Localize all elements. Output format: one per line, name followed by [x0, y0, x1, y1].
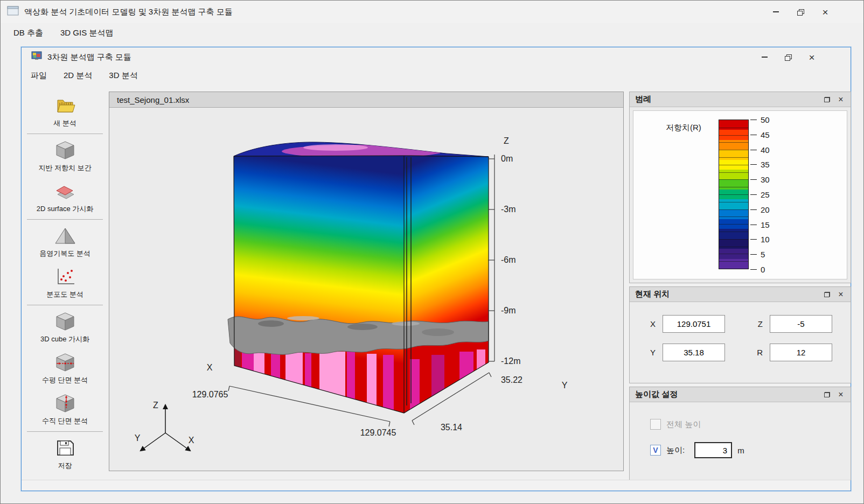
legend-tick-label: 40: [761, 145, 770, 154]
position-float-button[interactable]: [820, 289, 833, 300]
terrain-cube: [228, 142, 489, 437]
x-tick-label: 129.0745: [360, 428, 396, 437]
legend-segment-line: [719, 142, 748, 143]
position-body: X Z Y R: [630, 302, 851, 383]
menu-2d-analysis[interactable]: 2D 분석: [56, 67, 100, 84]
menu-db-extract[interactable]: DB 추출: [5, 24, 52, 43]
position-panel-title: 현재 위치: [635, 289, 670, 299]
legend-tick-line: [750, 269, 757, 270]
close-button[interactable]: ×: [813, 1, 838, 23]
3d-scene[interactable]: Z 0m -3m -6m -9m -12m X 129.0765 129.074…: [109, 108, 623, 471]
position-x-input[interactable]: [663, 315, 725, 333]
sidebar-item-label: 음영기복도 분석: [39, 249, 90, 258]
save-floppy-icon: [53, 437, 78, 459]
position-r-label: R: [757, 348, 763, 357]
legend-panel-title: 범례: [635, 94, 651, 104]
position-y-input[interactable]: [663, 344, 725, 361]
y-axis-label: Y: [562, 381, 568, 390]
legend-segment-line: [719, 172, 748, 173]
legend-value-label: 저항치(R): [666, 123, 701, 133]
z-tick-label: 0m: [501, 154, 513, 163]
legend-segment-line: [719, 187, 748, 187]
sidebar-item-label: 새 분석: [53, 118, 76, 128]
legend-float-button[interactable]: [820, 94, 833, 106]
position-r-input[interactable]: [770, 344, 832, 361]
sidebar-item-new-analysis[interactable]: 새 분석: [27, 91, 103, 132]
height-label: 높이:: [666, 445, 685, 456]
full-height-checkbox[interactable]: [650, 419, 661, 430]
legend-segment-line: [719, 135, 748, 136]
sidebar-item-label: 저장: [58, 461, 72, 471]
legend-segment-line: [719, 157, 748, 158]
y-tick-label: 35.14: [441, 423, 462, 432]
folder-icon: [53, 95, 78, 116]
legend-tick-line: [750, 209, 757, 210]
current-position-panel: 현재 위치 × X Z Y R: [629, 286, 851, 383]
legend-tick-label: 25: [761, 190, 770, 199]
position-y-label: Y: [650, 348, 656, 357]
3d-canvas[interactable]: Z 0m -3m -6m -9m -12m X 129.0765 129.074…: [109, 108, 623, 471]
float-icon: [824, 97, 830, 102]
full-height-label: 전체 높이: [666, 419, 701, 430]
child-menubar: 파일 2D 분석 3D 분석: [22, 67, 851, 84]
sidebar-item-vertical-section[interactable]: 수직 단면 분석: [27, 389, 103, 430]
x-axis-label: X: [207, 363, 213, 372]
legend-tick-line: [750, 179, 757, 180]
legend-panel-header[interactable]: 범례 ×: [630, 92, 851, 107]
legend-segment-line: [719, 254, 748, 254]
menu-file[interactable]: 파일: [23, 67, 54, 84]
legend-tick-line: [750, 239, 757, 240]
y-tick-label: 35.22: [501, 375, 522, 384]
legend-tick-line: [750, 120, 757, 120]
viewport: test_Sejong_01.xlsx: [109, 92, 624, 471]
height-setting-panel: 높이값 설정 × 전체 높이 V 높이: m: [629, 387, 851, 480]
position-panel-header[interactable]: 현재 위치 ×: [630, 287, 851, 302]
legend-close-button[interactable]: ×: [834, 94, 847, 106]
z-tick-label: -12m: [501, 356, 520, 366]
menu-3d-gis-map[interactable]: 3D GIS 분석맵: [52, 24, 122, 43]
child-close-button[interactable]: ×: [800, 47, 824, 67]
sidebar-item-label: 수직 단면 분석: [42, 416, 88, 426]
child-statusbar: [22, 480, 851, 491]
toolbar-sidebar: 새 분석 지반 저항치 보간: [22, 87, 108, 479]
legend-segment-line: [719, 179, 748, 180]
height-unit-label: m: [737, 446, 744, 455]
height-close-button[interactable]: ×: [834, 389, 847, 401]
position-z-input[interactable]: [770, 315, 832, 333]
x-tick-label: 129.0765: [192, 390, 228, 399]
sidebar-item-hillshade[interactable]: 음영기복도 분석: [27, 221, 103, 262]
height-value-input[interactable]: [694, 442, 732, 458]
sidebar-item-distribution[interactable]: 분포도 분석: [27, 262, 103, 303]
sidebar-item-2d-surface[interactable]: 2D surface 가시화: [27, 177, 103, 218]
close-icon: ×: [822, 7, 828, 17]
height-checkbox[interactable]: V: [650, 445, 661, 456]
sidebar-item-save[interactable]: 저장: [27, 433, 103, 474]
child-titlebar[interactable]: 3차원 분석맵 구축 모듈 ×: [22, 47, 851, 67]
child-window-controls: ×: [752, 47, 824, 67]
position-close-button[interactable]: ×: [834, 289, 847, 300]
legend-segment-line: [719, 165, 748, 165]
child-restore-button[interactable]: [776, 47, 800, 67]
menu-3d-analysis[interactable]: 3D 분석: [101, 67, 145, 84]
cube-icon: [53, 311, 78, 332]
legend-segment-line: [719, 194, 748, 195]
z-axis-label: Z: [504, 136, 509, 145]
child-minimize-button[interactable]: [752, 47, 776, 67]
height-float-button[interactable]: [820, 389, 833, 401]
legend-segment-line: [719, 247, 748, 247]
float-icon: [824, 392, 830, 397]
legend-segment-line: [719, 150, 748, 150]
main-titlebar[interactable]: 액상화 분석 기초데이터 모델링 및 3차원 분석맵 구축 모듈 ×: [1, 1, 863, 23]
sidebar-item-horizontal-section[interactable]: 수평 단면 분석: [27, 348, 103, 389]
restore-button[interactable]: [788, 1, 813, 23]
height-panel-header[interactable]: 높이값 설정 ×: [630, 387, 851, 402]
legend-segment-line: [719, 202, 748, 202]
sidebar-item-3d-cube[interactable]: 3D cube 가시화: [27, 307, 103, 348]
legend-tick-label: 0: [761, 265, 765, 274]
legend-tick-label: 10: [761, 235, 770, 244]
minimize-button[interactable]: [763, 1, 788, 23]
sidebar-item-resistivity-interpolation[interactable]: 지반 저항치 보간: [27, 136, 103, 177]
triad-x-label: X: [189, 436, 194, 445]
restore-icon: [797, 9, 804, 15]
legend-segment-line: [719, 209, 748, 210]
